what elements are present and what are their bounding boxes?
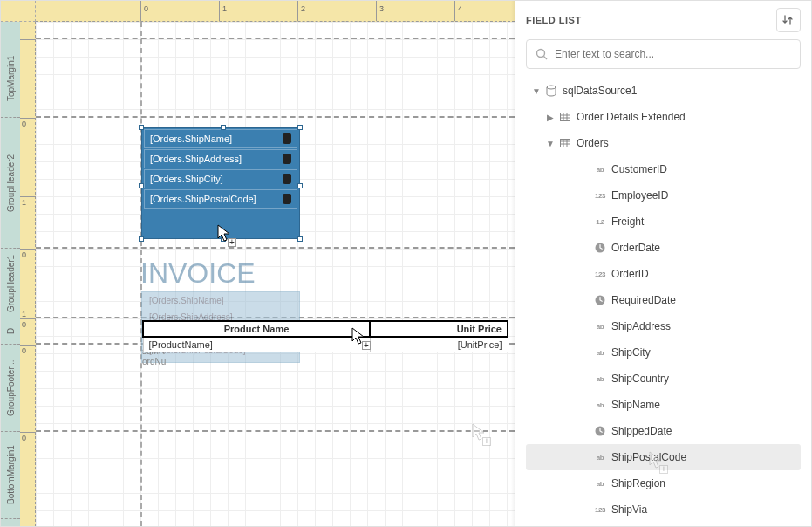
field-type-icon: ab [592, 323, 608, 331]
ord-label: ordNu [142, 357, 166, 366]
field-tree[interactable]: ▼ sqlDataSource1 ▶ Order Details Extende… [526, 78, 801, 516]
design-canvas[interactable]: 0 1 2 3 4 TopMargin1 GroupHeader2 GroupH… [1, 1, 515, 526]
tree-node-field[interactable]: abShipRegion [526, 470, 801, 496]
tree-node-field[interactable]: abShipPostalCode [526, 444, 801, 470]
resize-handle[interactable] [139, 236, 144, 242]
tree-node-table[interactable]: ▶ Order Details Extended [526, 104, 801, 130]
ruler-tick-label: 2 [301, 4, 305, 13]
tree-node-field[interactable]: OrderDate [526, 235, 801, 261]
tree-node-field[interactable]: abCustomerID [526, 156, 801, 182]
cursor-icon: + [472, 423, 486, 442]
table-data-row[interactable]: [ProductName] [UnitPrice] [143, 337, 508, 352]
tree-node-field[interactable]: abShipCity [526, 339, 801, 366]
resize-handle[interactable] [297, 236, 303, 242]
sort-fields-button[interactable] [776, 8, 801, 32]
field-type-icon: ab [592, 401, 608, 409]
datasource-icon [543, 85, 559, 97]
svg-line-1 [544, 57, 548, 60]
database-icon [283, 194, 291, 204]
field-type-icon: 123 [592, 270, 608, 278]
band-label-gutter: TopMargin1 GroupHeader2 GroupHeader1 D G… [1, 22, 20, 526]
cell-product[interactable]: [ProductName] [143, 337, 370, 352]
dragged-field[interactable]: [Orders.ShipCity] [144, 169, 297, 188]
dragged-fields-block[interactable]: [Orders.ShipName] [Orders.ShipAddress] [… [142, 128, 299, 238]
field-type-icon: ab [592, 349, 608, 357]
chevron-right-icon[interactable]: ▶ [543, 113, 557, 122]
tree-node-field[interactable]: RequiredDate [526, 287, 801, 313]
band-label-top-margin[interactable]: TopMargin1 [1, 39, 20, 118]
band-label-detail[interactable]: D [1, 318, 20, 345]
field-type-icon: ab [592, 375, 608, 383]
dragged-field[interactable]: [Orders.ShipAddress] [144, 149, 297, 168]
ruler-corner [1, 1, 36, 22]
band-label-group-header1[interactable]: GroupHeader1 [1, 249, 20, 318]
field-type-icon [592, 294, 608, 306]
chevron-down-icon[interactable]: ▼ [543, 139, 557, 148]
tree-node-field[interactable]: abShipCountry [526, 366, 801, 392]
search-icon [536, 48, 548, 60]
field-type-icon: ab [592, 454, 608, 462]
resize-handle[interactable] [221, 125, 226, 130]
column-header-price[interactable]: Unit Price [370, 321, 508, 337]
band-label-bottom-margin[interactable]: BottomMargin1 [1, 432, 20, 519]
tree-node-field[interactable]: 1.2Freight [526, 209, 801, 235]
tree-node-table[interactable]: ▼ Orders [526, 130, 801, 156]
field-type-icon: 123 [592, 192, 608, 200]
resize-handle[interactable] [221, 236, 226, 242]
svg-rect-8 [561, 140, 570, 147]
cell-price[interactable]: [UnitPrice] [370, 337, 508, 352]
resize-handle[interactable] [139, 125, 144, 130]
horizontal-ruler: 0 1 2 3 4 [36, 1, 515, 22]
ruler-tick-label: 1 [222, 4, 227, 13]
dragged-field[interactable]: [Orders.ShipPostalCode] [144, 189, 297, 209]
resize-handle[interactable] [139, 183, 144, 188]
table-icon [557, 113, 573, 121]
band-separator[interactable] [36, 116, 515, 118]
ruler-tick-label: 3 [379, 4, 384, 13]
field-list-panel: FIELD LIST ▼ sqlDataSource1 ▶ Order Deta… [515, 1, 811, 526]
ruler-tick-label: 4 [458, 4, 462, 13]
field-type-icon: 123 [592, 506, 608, 514]
field-type-icon: ab [592, 480, 608, 488]
field-type-icon [592, 425, 608, 437]
band-separator[interactable] [36, 247, 515, 249]
report-table[interactable]: Product Name Unit Price [ProductName] [U… [142, 320, 508, 352]
band-separator[interactable] [36, 38, 515, 39]
band-label-group-footer[interactable]: GroupFooter... [1, 345, 20, 432]
svg-point-0 [537, 50, 545, 58]
field-type-icon: 1.2 [592, 218, 608, 226]
vertical-ruler: 0 1 0 1 0 0 0 [20, 22, 36, 526]
ruler-tick-label: 0 [144, 4, 148, 13]
column-header-product[interactable]: Product Name [143, 321, 370, 337]
band-separator[interactable] [36, 430, 515, 432]
search-input[interactable] [555, 48, 791, 60]
band-label-group-header2[interactable]: GroupHeader2 [1, 118, 20, 249]
dragged-field[interactable]: [Orders.ShipName] [144, 129, 297, 148]
chevron-down-icon[interactable]: ▼ [529, 86, 543, 96]
tree-node-field[interactable]: ShippedDate [526, 418, 801, 444]
table-header-row[interactable]: Product Name Unit Price [143, 321, 508, 337]
database-icon [283, 174, 291, 184]
svg-rect-3 [561, 113, 570, 121]
svg-point-2 [547, 86, 556, 89]
field-type-icon: ab [592, 166, 608, 174]
tree-node-field[interactable]: abShipAddress [526, 313, 801, 339]
tree-node-field[interactable]: 123OrderID [526, 261, 801, 287]
report-canvas[interactable]: INVOICE [Orders.ShipName] [Orders.ShipAd… [36, 22, 515, 526]
resize-handle[interactable] [297, 183, 303, 188]
resize-handle[interactable] [297, 125, 303, 130]
tree-node-field[interactable]: abShipName [526, 392, 801, 418]
tree-node-field[interactable]: 123ShipVia [526, 496, 801, 516]
panel-title: FIELD LIST [526, 15, 582, 25]
search-input-wrapper[interactable] [526, 39, 801, 69]
field-type-icon [592, 242, 608, 254]
tree-node-field[interactable]: 123EmployeeID [526, 182, 801, 209]
tree-node-datasource[interactable]: ▼ sqlDataSource1 [526, 78, 801, 104]
invoice-title[interactable]: INVOICE [140, 257, 256, 290]
database-icon [283, 154, 291, 164]
table-icon [557, 139, 573, 147]
database-icon [283, 133, 291, 144]
